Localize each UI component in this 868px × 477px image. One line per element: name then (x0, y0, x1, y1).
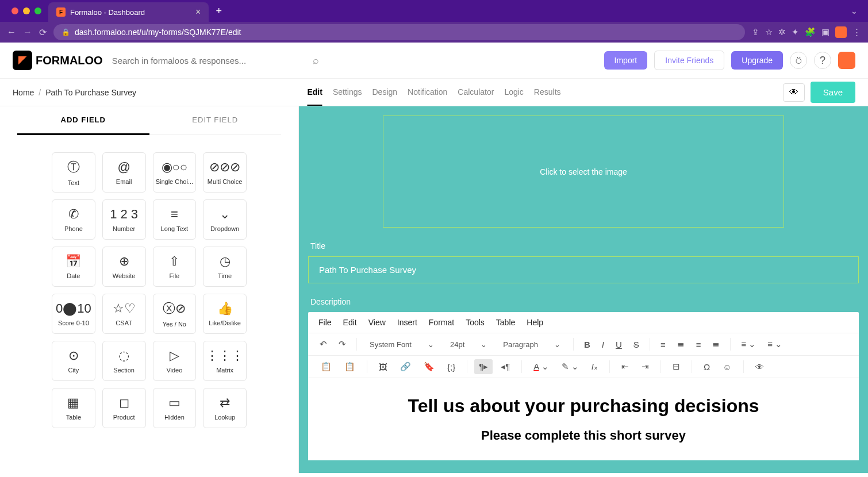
menu-format[interactable]: Format (429, 318, 454, 327)
field-card-multi-choice[interactable]: ⊘⊘⊘Multi Choice (203, 152, 247, 193)
align-center-icon[interactable]: ≣ (674, 337, 688, 352)
extensions-icon[interactable]: ✦ (792, 27, 799, 37)
field-card-time[interactable]: ◷Time (203, 247, 247, 287)
loading-icon[interactable]: ✲ (778, 27, 786, 37)
share-icon[interactable]: ⇪ (752, 27, 759, 37)
sidebar-tab-add[interactable]: ADD FIELD (17, 106, 149, 135)
preview-button[interactable]: 👁 (783, 83, 805, 102)
chevron-down-icon[interactable]: ⌄ (851, 6, 863, 16)
menu-help[interactable]: Help (527, 318, 543, 327)
avatar[interactable] (838, 52, 855, 69)
window-maximize-icon[interactable] (34, 7, 41, 14)
field-card-dropdown[interactable]: ⌄Dropdown (203, 199, 247, 240)
ordered-list-icon[interactable]: ≡ ⌄ (738, 337, 759, 352)
highlight-icon[interactable]: ✎ ⌄ (557, 359, 583, 374)
panel-icon[interactable]: ▣ (821, 27, 829, 37)
preview-icon[interactable]: 👁 (751, 360, 769, 374)
image-dropzone[interactable]: Click to select the image (383, 116, 784, 228)
emoji-icon[interactable]: ☺ (718, 360, 736, 374)
style-select[interactable]: Paragraph⌄ (497, 338, 566, 351)
ltr-icon[interactable]: ¶▸ (474, 359, 493, 374)
tab-notification[interactable]: Notification (408, 79, 447, 106)
window-close-icon[interactable] (11, 7, 18, 14)
pagebreak-icon[interactable]: ⊟ (668, 359, 685, 374)
field-card-csat[interactable]: ☆♡CSAT (102, 294, 146, 334)
menu-edit[interactable]: Edit (343, 318, 357, 327)
field-card-file[interactable]: ⇧File (153, 247, 197, 287)
text-color-icon[interactable]: A ⌄ (529, 359, 553, 374)
clear-format-icon[interactable]: Iₓ (587, 359, 602, 374)
url-field[interactable]: 🔒 dash.formaloo.net/u/my-forms/SQJMK77E/… (53, 24, 745, 40)
paste-text-icon[interactable]: 📋 (340, 359, 360, 374)
field-card-number[interactable]: 1 2 3Number (102, 199, 146, 240)
menu-file[interactable]: File (318, 318, 332, 327)
field-card-single-choi-[interactable]: ◉○○Single Choi... (153, 152, 197, 193)
upgrade-button[interactable]: Upgrade (731, 51, 783, 70)
field-card-date[interactable]: 📅Date (52, 247, 95, 287)
invite-button[interactable]: Invite Friends (654, 51, 724, 70)
bookmark-icon[interactable]: 🔖 (419, 359, 439, 374)
menu-insert[interactable]: Insert (397, 318, 417, 327)
title-input[interactable] (308, 256, 859, 283)
code-icon[interactable]: {;} (443, 360, 460, 374)
align-right-icon[interactable]: ≡ (693, 337, 705, 352)
tab-edit[interactable]: Edit (307, 79, 322, 106)
redo-icon[interactable]: ↷ (335, 337, 349, 352)
size-select[interactable]: 24pt⌄ (444, 338, 493, 351)
menu-view[interactable]: View (368, 318, 386, 327)
help-icon[interactable]: ? (814, 52, 831, 69)
tab-design[interactable]: Design (372, 79, 398, 106)
search-icon[interactable]: ⌕ (313, 55, 319, 67)
logo[interactable]: FORMALOO (13, 51, 103, 70)
field-card-text[interactable]: ⓉText (52, 152, 95, 193)
field-card-email[interactable]: @Email (102, 152, 146, 193)
bullet-list-icon[interactable]: ≡ ⌄ (764, 337, 786, 352)
field-card-yes-no[interactable]: ⓧ⊘Yes / No (153, 294, 197, 334)
browser-tab[interactable]: F Formaloo - Dashboard × (48, 2, 209, 22)
field-card-table[interactable]: ▦Table (52, 388, 95, 428)
field-card-website[interactable]: ⊕Website (102, 247, 146, 287)
menu-tools[interactable]: Tools (466, 318, 485, 327)
rtl-icon[interactable]: ◂¶ (496, 359, 514, 374)
search-input[interactable] (112, 56, 313, 66)
field-card-score-0-10[interactable]: 0⬤10Score 0-10 (52, 294, 95, 334)
field-card-hidden[interactable]: ▭Hidden (153, 388, 197, 428)
strike-icon[interactable]: S (630, 337, 643, 352)
new-tab-button[interactable]: + (209, 5, 229, 17)
field-card-lookup[interactable]: ⇄Lookup (203, 388, 247, 428)
back-button[interactable]: ← (7, 27, 16, 37)
link-icon[interactable]: 🔗 (395, 359, 416, 374)
field-card-video[interactable]: ▷Video (153, 341, 197, 381)
indent-icon[interactable]: ⇥ (637, 359, 654, 374)
align-justify-icon[interactable]: ≣ (709, 337, 723, 352)
forward-button[interactable]: → (23, 27, 32, 37)
save-button[interactable]: Save (811, 82, 855, 103)
puzzle-icon[interactable]: 🧩 (805, 27, 816, 37)
tab-settings[interactable]: Settings (333, 79, 362, 106)
menu-icon[interactable]: ⋮ (852, 27, 861, 37)
italic-icon[interactable]: I (598, 337, 608, 352)
field-card-section[interactable]: ◌Section (102, 341, 146, 381)
sidebar-tab-edit[interactable]: EDIT FIELD (149, 106, 282, 135)
star-icon[interactable]: ☆ (765, 27, 773, 37)
tab-results[interactable]: Results (534, 79, 561, 106)
field-card-like-dislike[interactable]: 👍Like/Dislike (203, 294, 247, 334)
import-button[interactable]: Import (604, 51, 648, 70)
align-left-icon[interactable]: ≡ (657, 337, 669, 352)
paste-icon[interactable]: 📋 (316, 359, 336, 374)
field-card-matrix[interactable]: ⋮⋮⋮Matrix (203, 341, 247, 381)
user-icon[interactable]: ⍥ (790, 52, 807, 69)
font-select[interactable]: System Font⌄ (364, 338, 440, 351)
omega-icon[interactable]: Ω (699, 360, 715, 374)
tab-logic[interactable]: Logic (504, 79, 523, 106)
field-card-phone[interactable]: ✆Phone (52, 199, 95, 240)
field-card-long-text[interactable]: ≡Long Text (153, 199, 197, 240)
breadcrumb-home[interactable]: Home (13, 88, 34, 97)
formaloo-ext-icon[interactable] (835, 26, 847, 38)
undo-icon[interactable]: ↶ (316, 337, 331, 352)
field-card-city[interactable]: ⊙City (52, 341, 95, 381)
tab-calculator[interactable]: Calculator (458, 79, 494, 106)
tab-close-icon[interactable]: × (195, 7, 201, 17)
field-card-product[interactable]: ◻Product (102, 388, 146, 428)
menu-table[interactable]: Table (496, 318, 515, 327)
